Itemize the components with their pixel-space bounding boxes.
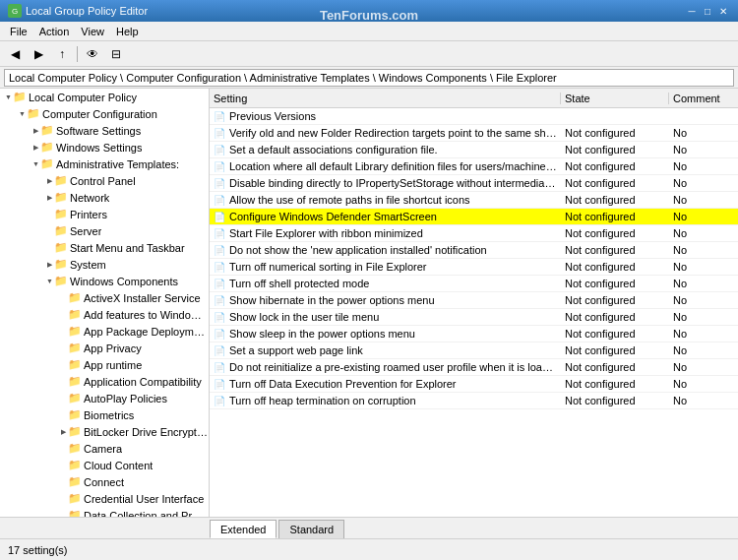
- tree-toggle-network[interactable]: ▶: [45, 193, 54, 202]
- tree-item-app-package[interactable]: 📁App Package Deployment: [0, 323, 209, 340]
- table-row[interactable]: 📄Set a default associations configuratio…: [210, 142, 738, 158]
- tree-label-admin-templates: Administrative Templates:: [56, 158, 179, 170]
- table-row[interactable]: 📄Set a support web page linkNot configur…: [210, 342, 738, 359]
- tree-item-app-compat[interactable]: 📁Application Compatibility: [0, 373, 209, 390]
- folder-icon-software-settings: 📁: [40, 124, 54, 138]
- tree-toggle-software-settings[interactable]: ▶: [31, 126, 40, 135]
- table-row[interactable]: 📄Disable binding directly to IPropertySe…: [210, 175, 738, 192]
- tree-label-system: System: [70, 259, 106, 271]
- table-row[interactable]: 📄Previous Versions: [210, 108, 738, 125]
- tree-toggle-control-panel[interactable]: ▶: [45, 176, 54, 185]
- tree-toggle-windows-components[interactable]: ▼: [45, 277, 54, 285]
- show-hide-button[interactable]: 👁: [82, 43, 103, 65]
- doc-icon: 📄: [214, 379, 225, 390]
- tree-toggle-bitlocker[interactable]: ▶: [59, 427, 68, 436]
- cell-comment-7: No: [669, 227, 738, 239]
- tree-item-admin-templates[interactable]: ▼📁Administrative Templates:: [0, 156, 209, 172]
- tree-panel: ▼📁Local Computer Policy▼📁Computer Config…: [0, 89, 210, 517]
- cell-state-12: Not configured: [561, 311, 669, 323]
- table-row[interactable]: 📄Show hibernate in the power options men…: [210, 292, 738, 309]
- table-row[interactable]: 📄Start File Explorer with ribbon minimiz…: [210, 225, 738, 242]
- tree-item-system[interactable]: ▶📁System: [0, 256, 209, 273]
- table-row[interactable]: 📄Show lock in the user tile menuNot conf…: [210, 309, 738, 326]
- folder-icon-printers: 📁: [54, 208, 68, 221]
- tree-item-cloud-content[interactable]: 📁Cloud Content: [0, 457, 209, 473]
- tree-item-start-menu[interactable]: 📁Start Menu and Taskbar: [0, 239, 209, 256]
- tree-label-windows-settings: Windows Settings: [56, 142, 142, 154]
- tree-toggle-windows-settings[interactable]: ▶: [31, 143, 40, 152]
- table-row[interactable]: 📄Turn off numerical sorting in File Expl…: [210, 259, 738, 276]
- cell-setting-7: 📄Start File Explorer with ribbon minimiz…: [210, 227, 561, 239]
- tab-standard[interactable]: Standard: [278, 520, 344, 538]
- table-row[interactable]: 📄Verify old and new Folder Redirection t…: [210, 125, 738, 142]
- tree-item-printers[interactable]: 📁Printers: [0, 206, 209, 222]
- minimize-button[interactable]: ─: [685, 4, 699, 18]
- folder-icon-camera: 📁: [68, 442, 82, 456]
- folder-icon-control-panel: 📁: [54, 174, 68, 188]
- tree-item-bitlocker[interactable]: ▶📁BitLocker Drive Encryption: [0, 423, 209, 440]
- tree-item-computer-configuration[interactable]: ▼📁Computer Configuration: [0, 105, 209, 122]
- filter-button[interactable]: ⊟: [105, 43, 127, 65]
- menu-file[interactable]: File: [4, 24, 33, 39]
- setting-text: Configure Windows Defender SmartScreen: [229, 211, 437, 222]
- tree-item-control-panel[interactable]: ▶📁Control Panel: [0, 172, 209, 189]
- menu-view[interactable]: View: [75, 24, 110, 39]
- status-bar: 17 setting(s): [0, 538, 738, 560]
- tree-toggle-system[interactable]: ▶: [45, 260, 54, 269]
- folder-icon-app-runtime: 📁: [68, 358, 82, 372]
- tree-item-windows-settings[interactable]: ▶📁Windows Settings: [0, 139, 209, 156]
- cell-state-3: Not configured: [561, 160, 669, 172]
- close-button[interactable]: ✕: [716, 4, 730, 18]
- app-icon: G: [8, 4, 22, 18]
- table-row[interactable]: 📄Allow the use of remote paths in file s…: [210, 192, 738, 209]
- table-row[interactable]: 📄Show sleep in the power options menuNot…: [210, 326, 738, 342]
- cell-setting-3: 📄Location where all default Library defi…: [210, 160, 561, 172]
- table-row[interactable]: 📄Turn off shell protected modeNot config…: [210, 276, 738, 292]
- table-row[interactable]: 📄Do not show the 'new application instal…: [210, 242, 738, 259]
- tree-toggle-admin-templates[interactable]: ▼: [31, 159, 40, 168]
- tree-item-connect[interactable]: 📁Connect: [0, 473, 209, 490]
- tree-label-bitlocker: BitLocker Drive Encryption: [84, 426, 209, 438]
- tree-item-activex[interactable]: 📁ActiveX Installer Service: [0, 289, 209, 306]
- table-row[interactable]: 📄Location where all default Library defi…: [210, 158, 738, 175]
- doc-icon: 📄: [214, 212, 225, 222]
- forward-button[interactable]: ▶: [28, 43, 49, 65]
- tree-item-windows-components[interactable]: ▼📁Windows Components: [0, 273, 209, 289]
- tree-item-server[interactable]: 📁Server: [0, 222, 209, 239]
- table-row[interactable]: 📄Do not reinitialize a pre-existing roam…: [210, 359, 738, 376]
- folder-icon-windows-components: 📁: [54, 275, 68, 288]
- cell-setting-0: 📄Previous Versions: [210, 110, 561, 122]
- cell-setting-15: 📄Do not reinitialize a pre-existing roam…: [210, 361, 561, 373]
- maximize-button[interactable]: □: [701, 4, 714, 18]
- menu-action[interactable]: Action: [33, 24, 76, 39]
- tree-item-software-settings[interactable]: ▶📁Software Settings: [0, 122, 209, 139]
- cell-state-10: Not configured: [561, 278, 669, 289]
- tab-extended[interactable]: Extended: [210, 520, 277, 538]
- tree-item-app-privacy[interactable]: 📁App Privacy: [0, 340, 209, 356]
- up-button[interactable]: ↑: [51, 43, 73, 65]
- cell-setting-1: 📄Verify old and new Folder Redirection t…: [210, 127, 561, 139]
- tree-toggle-computer-configuration[interactable]: ▼: [18, 109, 27, 118]
- tree-item-autoplay[interactable]: 📁AutoPlay Policies: [0, 390, 209, 406]
- tree-toggle-local-computer-policy[interactable]: ▼: [4, 93, 13, 101]
- table-row[interactable]: 📄Turn off Data Execution Prevention for …: [210, 376, 738, 393]
- toolbar-separator: [77, 46, 78, 62]
- cell-state-6: Not configured: [561, 211, 669, 222]
- menu-help[interactable]: Help: [110, 24, 145, 39]
- tree-item-data-collection[interactable]: 📁Data Collection and Preview Builds: [0, 507, 209, 517]
- tree-item-biometrics[interactable]: 📁Biometrics: [0, 406, 209, 423]
- tree-item-local-computer-policy[interactable]: ▼📁Local Computer Policy: [0, 89, 209, 105]
- tree-toggle-credential-ui: [59, 494, 68, 503]
- table-row[interactable]: 📄Turn off heap termination on corruption…: [210, 393, 738, 409]
- address-bar: Local Computer Policy \ Computer Configu…: [0, 67, 738, 89]
- tree-item-network[interactable]: ▶📁Network: [0, 189, 209, 206]
- back-button[interactable]: ◀: [4, 43, 26, 65]
- tree-item-add-features[interactable]: 📁Add features to Windows 10: [0, 306, 209, 323]
- address-path[interactable]: Local Computer Policy \ Computer Configu…: [4, 69, 734, 87]
- tree-label-autoplay: AutoPlay Policies: [84, 393, 167, 404]
- tree-item-credential-ui[interactable]: 📁Credential User Interface: [0, 490, 209, 507]
- table-row[interactable]: 📄Configure Windows Defender SmartScreenN…: [210, 209, 738, 225]
- tree-item-app-runtime[interactable]: 📁App runtime: [0, 356, 209, 373]
- tree-item-camera[interactable]: 📁Camera: [0, 440, 209, 457]
- cell-state-2: Not configured: [561, 144, 669, 156]
